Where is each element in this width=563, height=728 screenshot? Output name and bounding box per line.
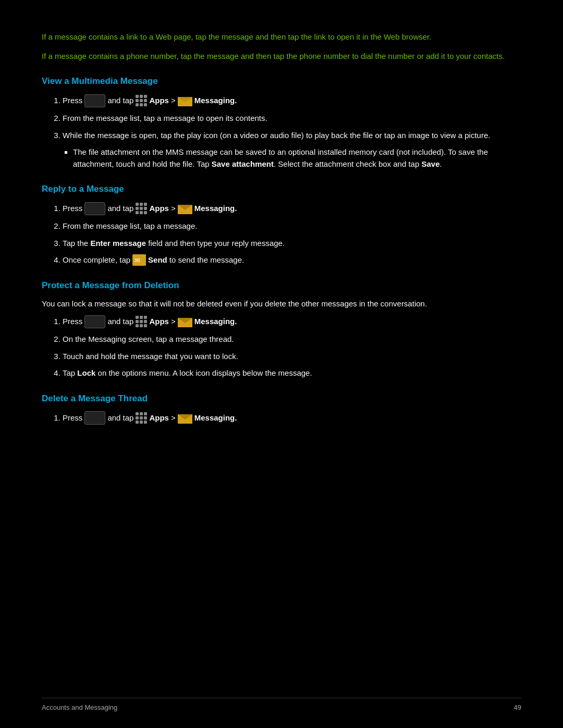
gt-4: > [171, 412, 176, 424]
section1-step3: While the message is open, tap the play … [63, 130, 521, 142]
apps-label-4: Apps [149, 412, 169, 424]
green-note-1: If a message contains a link to a Web pa… [42, 31, 521, 43]
messaging-label-3: Messaging. [194, 316, 237, 328]
section4-step1: Press and tap Apps > Messaging. [63, 411, 521, 425]
send-icon: ✉ [132, 254, 146, 266]
footer: Accounts and Messaging 49 [42, 698, 521, 713]
home-button-4 [84, 411, 105, 425]
and-tap-4: and tap [107, 412, 133, 424]
and-tap-1: and tap [107, 95, 133, 107]
messaging-icon-4 [178, 412, 192, 424]
apps-label-2: Apps [149, 203, 169, 215]
home-button-2 [84, 202, 105, 216]
home-button-3 [84, 315, 105, 329]
press-label-3: Press [63, 316, 82, 328]
apps-grid-icon-1 [136, 95, 147, 106]
footer-left: Accounts and Messaging [42, 702, 117, 713]
gt-2: > [171, 203, 176, 215]
footer-right: 49 [514, 702, 521, 713]
section1-bullet-list: The file attachment on the MMS message c… [73, 146, 521, 170]
section1-list: Press and tap Apps > Messaging. From the… [63, 94, 521, 142]
section3-step1: Press and tap Apps > Messaging. [63, 315, 521, 329]
apps-grid-icon-2 [136, 203, 147, 214]
messaging-label-4: Messaging. [194, 412, 237, 424]
section4-list: Press and tap Apps > Messaging. [63, 411, 521, 425]
messaging-icon-3 [178, 316, 192, 327]
section2-step2: From the message list, tap a message. [63, 220, 521, 232]
section2-heading: Reply to a Message [42, 182, 521, 196]
section3-heading: Protect a Message from Deletion [42, 279, 521, 292]
section3-step2: On the Messaging screen, tap a message t… [63, 334, 521, 346]
press-label-1: Press [63, 95, 82, 107]
home-button-1 [84, 94, 105, 108]
press-label-4: Press [63, 412, 82, 424]
apps-grid-icon-3 [136, 316, 147, 327]
section1-heading: View a Multimedia Message [42, 75, 521, 88]
press-label-2: Press [63, 203, 82, 215]
section2-step3: Tap the Enter message field and then typ… [63, 238, 521, 250]
section4-heading: Delete a Message Thread [42, 392, 521, 405]
apps-label-1: Apps [149, 95, 169, 107]
and-tap-2: and tap [107, 203, 133, 215]
section3-list: Press and tap Apps > Messaging. On the M… [63, 315, 521, 379]
messaging-icon-1 [178, 95, 192, 106]
send-suffix: to send the message. [169, 254, 244, 266]
send-label: Send [148, 254, 167, 266]
section2-list: Press and tap Apps > Messaging. From the… [63, 202, 521, 266]
messaging-icon-2 [178, 203, 192, 214]
section2-step4: Once complete, tap ✉ Send to send the me… [63, 254, 521, 266]
section1-bullet-1: The file attachment on the MMS message c… [73, 146, 521, 170]
and-tap-3: and tap [107, 316, 133, 328]
messaging-label-1: Messaging. [194, 95, 237, 107]
section1-step2: From the message list, tap a message to … [63, 113, 521, 125]
green-note-2: If a message contains a phone number, ta… [42, 51, 521, 63]
section2-step1: Press and tap Apps > Messaging. [63, 202, 521, 216]
apps-grid-icon-4 [136, 412, 147, 424]
gt-3: > [171, 316, 176, 328]
section3-step3: Touch and hold the message that you want… [63, 351, 521, 363]
messaging-label-2: Messaging. [194, 203, 237, 215]
section3-step4: Tap Lock on the options menu. A lock ico… [63, 367, 521, 379]
section3-intro: You can lock a message so that it will n… [42, 298, 521, 310]
apps-label-3: Apps [149, 316, 169, 328]
section1-step1: Press and tap Apps > Messaging. [63, 94, 521, 108]
gt-1: > [171, 95, 176, 107]
svg-text:✉: ✉ [134, 256, 140, 264]
once-complete: Once complete, tap [63, 254, 130, 266]
